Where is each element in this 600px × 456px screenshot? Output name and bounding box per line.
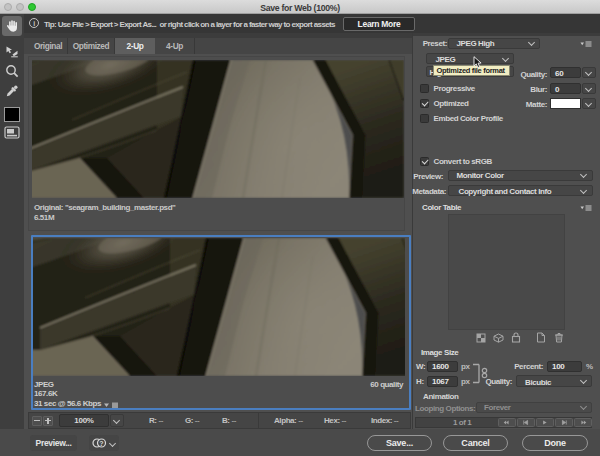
svg-text:?: ? — [99, 440, 103, 447]
